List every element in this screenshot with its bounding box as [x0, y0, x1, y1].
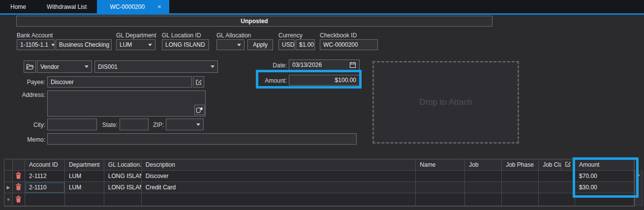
- entity-type-select[interactable]: Vendor: [37, 60, 92, 73]
- scroll-up-icon[interactable]: ▲: [637, 173, 641, 205]
- new-row-indicator: ✳: [4, 193, 13, 206]
- gl-department-select[interactable]: LUM: [116, 39, 155, 50]
- cell-amount[interactable]: [575, 193, 634, 206]
- memo-label: Memo:: [15, 136, 45, 143]
- cell-department[interactable]: LUM: [65, 182, 104, 193]
- withdrawal-entry-window: Home Withdrawal List WC-0000200 × Unpost…: [0, 0, 644, 210]
- chevron-down-icon: [51, 44, 55, 46]
- edit-payee-button[interactable]: [193, 76, 204, 88]
- trash-icon: [15, 195, 22, 204]
- cell-account-id[interactable]: [25, 193, 65, 206]
- state-input[interactable]: [120, 119, 149, 130]
- tab-withdrawal-list-label: Withdrawal List: [47, 3, 87, 10]
- chevron-down-icon: [237, 44, 241, 46]
- checkbook-id-field[interactable]: WC-0000200: [320, 39, 378, 50]
- tab-close-icon[interactable]: ×: [157, 3, 161, 10]
- drop-zone-text: Drop to Attach: [419, 97, 472, 107]
- column-header-description[interactable]: Description: [142, 159, 416, 171]
- delete-row-button[interactable]: [13, 193, 25, 206]
- zip-select[interactable]: [166, 119, 204, 130]
- currency-code-field: USD: [278, 39, 295, 50]
- entity-type-value: Vendor: [40, 63, 59, 70]
- payee-label: Payee:: [15, 79, 45, 86]
- bank-account-select[interactable]: 1-1105-1.1: [17, 39, 55, 50]
- cell-gl-location[interactable]: LONG ISLAND: [104, 171, 142, 182]
- currency-code-text: USD: [282, 41, 294, 48]
- gl-location-select[interactable]: LONG ISLAND: [162, 39, 209, 50]
- attachment-drop-zone[interactable]: Drop to Attach: [372, 61, 519, 144]
- cell-job-phase[interactable]: [502, 171, 539, 182]
- cell-name[interactable]: [416, 182, 465, 193]
- cell-description[interactable]: Discover: [142, 171, 416, 182]
- cell-job-class[interactable]: [539, 171, 575, 182]
- apply-button[interactable]: Apply: [247, 39, 273, 50]
- delete-row-button[interactable]: [13, 171, 25, 182]
- tab-withdrawal-list[interactable]: Withdrawal List: [36, 0, 97, 13]
- folder-open-icon: [26, 63, 34, 70]
- cell-job[interactable]: [465, 171, 502, 182]
- column-header-job-class[interactable]: Job Cla:: [539, 159, 561, 171]
- gl-department-value: LUM: [120, 41, 132, 48]
- trash-icon: [15, 172, 22, 180]
- grid-edit-columns-button[interactable]: [561, 159, 575, 171]
- bank-account-name-text: Business Checking: [59, 41, 109, 48]
- amount-value: $100.00: [335, 77, 356, 84]
- column-header-name[interactable]: Name: [416, 159, 465, 171]
- cell-job-class[interactable]: [539, 193, 575, 206]
- cell-name[interactable]: [416, 193, 465, 206]
- bank-account-label: Bank Account: [17, 32, 53, 39]
- grid-vertical-scrollbar[interactable]: ▲: [635, 171, 643, 206]
- city-input[interactable]: [47, 119, 97, 130]
- cell-gl-location[interactable]: [104, 193, 142, 206]
- cell-department[interactable]: [65, 193, 104, 206]
- entity-id-select[interactable]: DIS001: [94, 60, 218, 73]
- column-header-department[interactable]: Department: [65, 159, 104, 171]
- cell-job[interactable]: [465, 193, 502, 206]
- cell-account-id-focused[interactable]: 2-1110: [25, 182, 65, 193]
- column-header-amount[interactable]: Amount: [575, 159, 634, 171]
- column-header-gl-location[interactable]: GL Location...: [104, 159, 142, 171]
- chevron-down-icon: [196, 123, 200, 126]
- current-row-indicator: ▶: [4, 182, 13, 193]
- address-textarea[interactable]: [47, 90, 206, 117]
- cell-account-id[interactable]: 2-1112: [25, 171, 65, 182]
- column-header-job-phase[interactable]: Job Phase: [502, 159, 539, 171]
- tab-document[interactable]: WC-0000200 ×: [97, 0, 169, 13]
- gl-location-value: LONG ISLAND: [165, 41, 205, 48]
- cell-amount[interactable]: $70.00: [575, 171, 634, 182]
- column-header-account-id[interactable]: Account ID: [25, 159, 65, 171]
- address-map-button[interactable]: [194, 105, 205, 115]
- delete-row-button[interactable]: [13, 182, 25, 193]
- cell-name[interactable]: [416, 171, 465, 182]
- cell-department[interactable]: LUM: [65, 171, 104, 182]
- bank-account-name: Business Checking: [56, 39, 112, 50]
- cell-job-phase[interactable]: [502, 182, 539, 193]
- cell-description[interactable]: Credit Card: [142, 182, 416, 193]
- status-banner-text: Unposted: [241, 18, 268, 25]
- amount-input[interactable]: $100.00: [289, 75, 360, 86]
- column-header-job[interactable]: Job: [465, 159, 502, 171]
- payee-value: Discover: [51, 79, 74, 86]
- edit-icon: [195, 79, 202, 86]
- amount-label: Amount:: [251, 77, 287, 84]
- cell-gl-location[interactable]: LONG ISLAND: [104, 182, 142, 193]
- open-vendor-button[interactable]: [24, 60, 36, 73]
- cell-job-class[interactable]: [539, 182, 575, 193]
- cell-description[interactable]: [142, 193, 416, 206]
- tab-document-label: WC-0000200: [110, 3, 145, 10]
- calendar-icon[interactable]: [349, 61, 356, 68]
- grid-new-row: ✳: [4, 193, 634, 206]
- memo-input[interactable]: [47, 133, 357, 145]
- currency-rate-field: $1.00: [296, 39, 315, 50]
- cell-job[interactable]: [465, 182, 502, 193]
- apply-button-label: Apply: [253, 41, 268, 48]
- gl-allocation-select[interactable]: [216, 39, 245, 50]
- chevron-down-icon: [85, 65, 89, 68]
- payee-input[interactable]: Discover: [47, 76, 192, 88]
- date-input[interactable]: 03/13/2026: [289, 60, 360, 70]
- cell-amount[interactable]: $30.00: [575, 182, 634, 193]
- tab-home[interactable]: Home: [0, 0, 36, 13]
- grid-header-indicator-cell: [4, 159, 13, 171]
- row-indicator: [4, 171, 13, 182]
- cell-job-phase[interactable]: [502, 193, 539, 206]
